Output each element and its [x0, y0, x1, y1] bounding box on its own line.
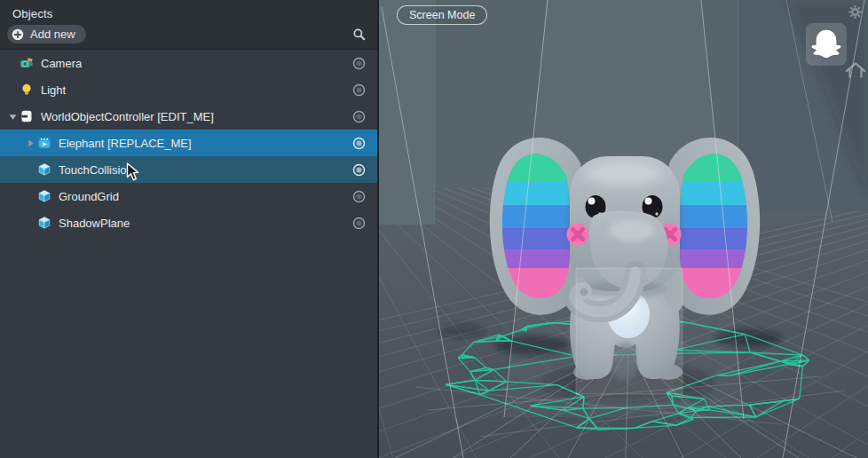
- tree-row[interactable]: GroundGrid: [0, 183, 377, 209]
- touch-collision-box: [576, 268, 698, 409]
- expander-expanded-icon[interactable]: [5, 109, 20, 123]
- gear-icon[interactable]: [848, 4, 863, 20]
- screen-mode-button[interactable]: Screen Mode: [397, 5, 487, 25]
- tree-row-label: Light: [41, 83, 66, 97]
- mesh-cube-icon: [37, 216, 51, 230]
- plus-circle-icon: [11, 28, 25, 42]
- panel-title: Objects: [12, 7, 52, 20]
- screen-mode-label: Screen Mode: [409, 9, 475, 21]
- script-object-icon: [20, 109, 34, 123]
- expander-placeholder: [5, 56, 20, 70]
- snapchat-ghost-icon: [810, 26, 842, 63]
- snapchat-badge[interactable]: [806, 23, 847, 66]
- tree-row[interactable]: Elephant [REPLACE_ME]: [0, 130, 377, 156]
- scene-object-tree: CameraLightWorldObjectController [EDIT_M…: [0, 50, 377, 236]
- camera-icon: [20, 56, 34, 70]
- tree-row-label: GroundGrid: [59, 190, 119, 203]
- expander-placeholder: [5, 83, 20, 97]
- objects-panel: Objects Add new CameraLightWorldObjectCo…: [0, 0, 379, 458]
- expander-placeholder: [23, 216, 37, 230]
- visibility-toggle[interactable]: [352, 137, 366, 150]
- expander-collapsed-icon[interactable]: [23, 136, 37, 150]
- visibility-toggle[interactable]: [352, 163, 366, 177]
- mesh-cube-icon: [37, 189, 51, 203]
- objects-panel-header: Objects: [0, 0, 377, 23]
- add-new-button[interactable]: Add new: [7, 25, 86, 43]
- visibility-toggle[interactable]: [352, 217, 366, 230]
- visibility-toggle[interactable]: [352, 83, 366, 97]
- home-icon[interactable]: [844, 61, 867, 79]
- tree-row-label: WorldObjectController [EDIT_ME]: [41, 110, 214, 123]
- expander-placeholder: [23, 189, 37, 203]
- tree-row-label: TouchCollision: [59, 163, 133, 177]
- tree-row[interactable]: TouchCollision: [0, 156, 377, 183]
- add-new-label: Add new: [30, 28, 75, 41]
- light-bulb-icon: [20, 83, 34, 97]
- tree-row[interactable]: Camera: [0, 50, 377, 76]
- tree-row[interactable]: ShadowPlane: [0, 209, 377, 236]
- tree-row[interactable]: Light: [0, 76, 377, 103]
- scene-render: [379, 0, 868, 458]
- visibility-toggle[interactable]: [352, 57, 366, 70]
- search-icon[interactable]: [352, 28, 367, 42]
- tree-row-label: ShadowPlane: [59, 217, 130, 230]
- tree-row-label: Elephant [REPLACE_ME]: [59, 137, 192, 150]
- visibility-toggle[interactable]: [352, 110, 366, 123]
- visibility-toggle[interactable]: [352, 190, 366, 203]
- lens-studio-window: Objects Add new CameraLightWorldObjectCo…: [0, 0, 868, 458]
- animated-mesh-icon: [37, 136, 51, 150]
- mesh-cube-icon: [37, 162, 51, 177]
- tree-row-label: Camera: [41, 57, 82, 70]
- tree-row[interactable]: WorldObjectController [EDIT_ME]: [0, 103, 377, 130]
- expander-placeholder: [23, 162, 37, 177]
- objects-panel-toolbar: Add new: [0, 23, 377, 50]
- scene-viewport[interactable]: Screen Mode: [379, 0, 868, 458]
